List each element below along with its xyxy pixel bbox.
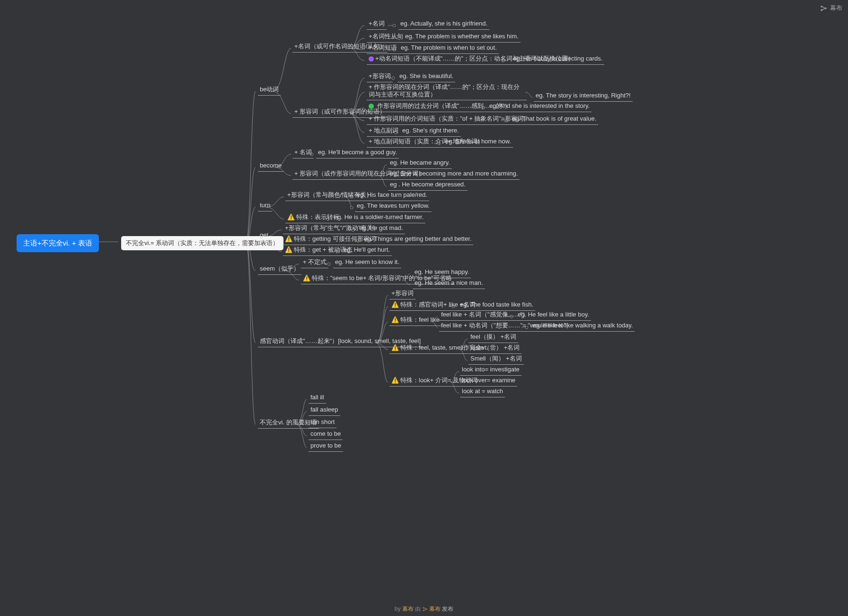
feel-like-gerund-eg: eg. He feel like walking a walk today. bbox=[531, 322, 635, 332]
be-prep-eg: eg. That book is of great value. bbox=[510, 115, 598, 125]
look-into[interactable]: look into= investigate bbox=[460, 366, 521, 376]
be-noun-eg: eg. Actually, she is his girlfriend. bbox=[398, 20, 489, 30]
be-adj-eg: eg. She is beautiful. bbox=[398, 72, 455, 82]
become-node[interactable]: become bbox=[258, 162, 283, 172]
be-gerund-eg: eg. His hobby is collecting cards. bbox=[511, 55, 604, 65]
sense-adj[interactable]: +形容词 bbox=[389, 290, 415, 299]
turn-node[interactable]: turn bbox=[258, 202, 272, 211]
feel-like-noun-eg: eg. He feel like a little boy. bbox=[516, 311, 591, 321]
purple-dot-icon bbox=[369, 56, 374, 62]
be-past-part-eg: eg. And she is interested in the story. bbox=[487, 102, 592, 112]
become-noun[interactable]: + 名词 bbox=[292, 149, 314, 158]
warning-icon: ⚠️ bbox=[391, 377, 399, 384]
get-adj-eg: eg. He got mad. bbox=[357, 224, 405, 234]
feel-like[interactable]: ⚠️特殊：feel like bbox=[389, 316, 442, 326]
svg-point-22 bbox=[825, 8, 827, 9]
turn-eg2: eg. The leaves turn yellow. bbox=[355, 202, 432, 212]
become-eg2: eg. She is becoming more and more charmi… bbox=[388, 170, 520, 180]
warning-icon: ⚠️ bbox=[285, 235, 292, 242]
footer: by 幕布 由 幕布 发布 bbox=[395, 605, 453, 613]
svg-point-1 bbox=[393, 24, 396, 27]
brand-logo: 幕布 bbox=[820, 4, 842, 12]
be-noun-clause-eg: eg. The problem is whether she likes him… bbox=[403, 33, 521, 43]
warning-icon: ⚠️ bbox=[287, 213, 295, 220]
be-adv[interactable]: + 地点副词 bbox=[367, 127, 400, 137]
look-at[interactable]: look at = watch bbox=[460, 387, 505, 397]
be-adv-eg: eg. She's right there. bbox=[400, 127, 461, 137]
taste-vt[interactable]: taste（尝） +名词 bbox=[468, 344, 521, 354]
svg-point-21 bbox=[821, 9, 822, 11]
warning-icon: ⚠️ bbox=[391, 316, 399, 323]
look-over[interactable]: look over= examine bbox=[460, 377, 517, 387]
become-eg1: eg. He became angry. bbox=[388, 159, 452, 169]
smell-vt[interactable]: Smell（闻） +名词 bbox=[468, 355, 524, 365]
fall-ill[interactable]: fall ill bbox=[309, 394, 326, 404]
green-dot-icon bbox=[369, 104, 374, 109]
warning-icon: ⚠️ bbox=[285, 246, 292, 253]
be-prep-phrase[interactable]: + 作形容词用的介词短语（实质："of + 抽象名词"=形容词） bbox=[367, 115, 531, 125]
svg-point-20 bbox=[821, 6, 822, 7]
turn-special-eg: eg. He is a soldier-turned farmer. bbox=[332, 213, 425, 223]
feel-vt[interactable]: feel（摸） +名词 bbox=[468, 333, 518, 343]
be-noun-phrase-eg: eg. The problem is when to set out. bbox=[399, 44, 499, 54]
svg-point-24 bbox=[423, 610, 424, 611]
get-passive-eg: eg. He'll get hurt. bbox=[342, 246, 392, 256]
turn-eg1: eg. His face turn pale/red. bbox=[355, 191, 429, 201]
be-adj[interactable]: +形容词 bbox=[367, 72, 393, 82]
svg-point-23 bbox=[423, 607, 424, 608]
run-short[interactable]: run short bbox=[309, 418, 336, 428]
become-noun-eg: eg. He'll become a good guy. bbox=[316, 149, 399, 158]
get-getting-eg: eg. Things are getting better and better… bbox=[362, 235, 473, 245]
come-to-be[interactable]: come to be bbox=[309, 430, 343, 440]
be-pres-part-eg: eg. The story is interesting, Right?! bbox=[534, 92, 633, 102]
warning-icon: ⚠️ bbox=[391, 344, 399, 351]
be-present-participle[interactable]: + 作形容词的现在分词（译成"……的"；区分点：现在分词与主语不可互换位置） bbox=[367, 83, 527, 100]
svg-point-19 bbox=[350, 206, 353, 209]
seem-node[interactable]: seem（似乎） bbox=[258, 265, 301, 275]
be-node[interactable]: be动词 bbox=[258, 86, 281, 96]
svg-point-25 bbox=[426, 609, 427, 610]
warning-icon: ⚠️ bbox=[391, 301, 399, 308]
seem-eg1: eg. He seem happy. bbox=[413, 268, 471, 278]
be-noun[interactable]: +名词 bbox=[367, 20, 387, 30]
be-noun-phrase[interactable]: +名词短语 bbox=[367, 44, 399, 54]
sense-like-eg: eg. The food taste like fish. bbox=[458, 301, 535, 311]
seem-inf[interactable]: + 不定式 bbox=[301, 258, 328, 268]
get-node[interactable]: get bbox=[258, 231, 270, 241]
prove-to-be[interactable]: prove to be bbox=[309, 442, 343, 452]
become-eg3: eg . He become depressed. bbox=[388, 181, 468, 191]
fall-asleep[interactable]: fall asleep bbox=[309, 406, 340, 416]
root-node[interactable]: 主语+不完全vi. + 表语 bbox=[17, 234, 99, 252]
seem-inf-eg: eg. He seem to know it. bbox=[333, 258, 401, 268]
be-adv-phrase-eg: eg. She is at home now. bbox=[443, 138, 513, 148]
be-noun-clause[interactable]: +名词性从句 bbox=[367, 33, 405, 43]
seem-eg2: eg. He seem a nice man. bbox=[413, 279, 485, 289]
warning-icon: ⚠️ bbox=[303, 274, 310, 282]
